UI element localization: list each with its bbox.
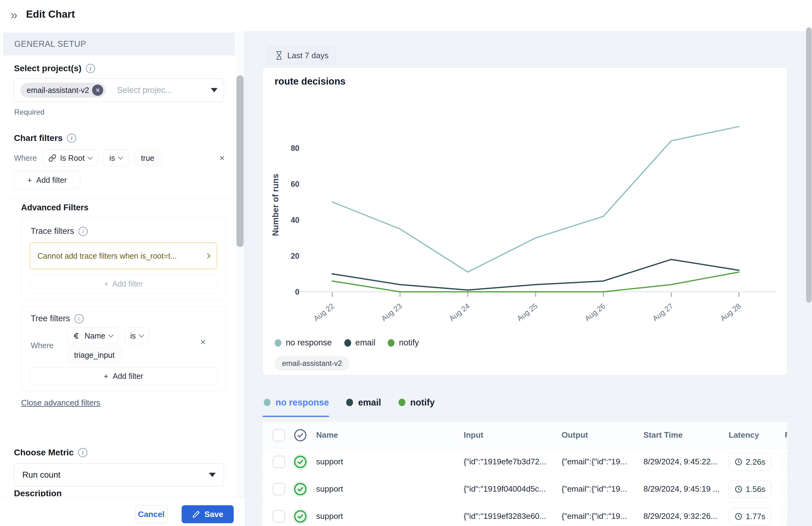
latency-value: 1.77s bbox=[746, 512, 766, 521]
column-header-input[interactable]: Input bbox=[464, 430, 483, 440]
save-button-label: Save bbox=[205, 510, 223, 519]
dropdown-caret-icon bbox=[211, 88, 218, 92]
svg-text:Aug 26: Aug 26 bbox=[583, 302, 607, 323]
tab-label: email bbox=[358, 397, 381, 408]
tab-no-response[interactable]: no response bbox=[264, 397, 329, 408]
clock-icon bbox=[735, 458, 743, 466]
run-name[interactable]: support bbox=[316, 484, 343, 494]
choose-metric-label: Choose Metric i bbox=[14, 448, 87, 457]
column-header-latency[interactable]: Latency bbox=[729, 430, 759, 440]
run-input[interactable]: {"id":"1919ef3283e60... bbox=[464, 511, 556, 521]
legend-item[interactable]: notify bbox=[388, 338, 419, 348]
success-status-icon bbox=[292, 508, 308, 524]
divider bbox=[9, 198, 235, 199]
where-label: Where bbox=[14, 154, 37, 163]
table-row[interactable]: support {"id":"1919ef3283e60... {"email"… bbox=[262, 503, 787, 526]
clock-icon bbox=[735, 485, 743, 493]
row-checkbox[interactable] bbox=[273, 510, 285, 523]
add-filter-label: Add filter bbox=[113, 372, 143, 381]
column-header-output[interactable]: Output bbox=[562, 430, 588, 440]
svg-text:Aug 22: Aug 22 bbox=[312, 302, 336, 323]
filter-operator-label: is bbox=[110, 154, 115, 163]
run-start-time: 8/29/2024, 9:45:22... bbox=[643, 457, 717, 467]
legend-label: notify bbox=[399, 338, 419, 348]
run-output[interactable]: {"email":{"id":"19... bbox=[562, 457, 639, 467]
latency-value: 2.26s bbox=[746, 457, 766, 467]
runs-table: Name Input Output Start Time Latency F s… bbox=[262, 422, 787, 526]
info-icon[interactable]: i bbox=[67, 133, 76, 143]
run-name[interactable]: support bbox=[316, 457, 343, 467]
left-panel-scrollbar-thumb[interactable] bbox=[236, 75, 244, 247]
legend-label: email bbox=[356, 338, 376, 348]
svg-text:80: 80 bbox=[291, 144, 300, 152]
svg-text:Aug 27: Aug 27 bbox=[651, 302, 675, 323]
legend-item[interactable]: no response bbox=[275, 338, 332, 348]
table-row[interactable]: support {"id":"1919efe7b3d72... {"email"… bbox=[262, 448, 787, 476]
add-tree-filter-button[interactable]: + Add filter bbox=[30, 367, 217, 385]
chart-preview-panel: Last 7 days route decisions Number of ru… bbox=[245, 31, 812, 526]
chart-filters-label: Chart filters i bbox=[14, 133, 76, 143]
advanced-filters-label: Advanced Filters bbox=[21, 203, 89, 213]
metric-select[interactable]: Run count bbox=[14, 464, 224, 486]
tree-filter-operator-button[interactable]: is bbox=[124, 327, 149, 344]
table-header-row: Name Input Output Start Time Latency F bbox=[262, 422, 787, 448]
tab-notify[interactable]: notify bbox=[398, 397, 435, 408]
tree-filter-value-chip[interactable]: triage_input bbox=[67, 347, 122, 363]
latency-chip: 1.56s bbox=[729, 481, 771, 498]
svg-text:Aug 24: Aug 24 bbox=[448, 302, 472, 323]
chart-project-chip: email-assistant-v2 bbox=[275, 356, 349, 371]
tree-filter-field-label: Name bbox=[85, 332, 105, 340]
tree-filter-operator-label: is bbox=[130, 332, 136, 340]
filter-operator-button[interactable]: is bbox=[103, 150, 128, 166]
chevron-down-icon bbox=[118, 155, 123, 160]
collapse-panel-icon[interactable]: » bbox=[11, 8, 17, 22]
info-icon[interactable]: i bbox=[74, 314, 84, 323]
active-tab-underline bbox=[262, 416, 329, 417]
table-row[interactable]: support {"id":"1919f04004d5c... {"email"… bbox=[262, 476, 787, 503]
clock-icon bbox=[735, 512, 743, 521]
tab-email[interactable]: email bbox=[346, 397, 381, 408]
tab-label: no response bbox=[276, 397, 329, 408]
trace-filter-warning[interactable]: Cannot add trace filters when is_root=t.… bbox=[30, 243, 217, 269]
success-status-icon bbox=[292, 454, 308, 470]
clipped-cell-chip bbox=[782, 453, 787, 470]
trace-filters-label: Trace filters i bbox=[31, 227, 88, 236]
column-header-name[interactable]: Name bbox=[316, 430, 338, 440]
remove-filter-icon[interactable]: × bbox=[219, 153, 225, 163]
column-header-start-time[interactable]: Start Time bbox=[643, 430, 683, 440]
run-name[interactable]: support bbox=[316, 511, 343, 521]
chart-card: route decisions Number of runs 020406080… bbox=[262, 68, 787, 376]
save-button[interactable]: Save bbox=[182, 505, 234, 523]
latency-chip: 2.26s bbox=[729, 453, 771, 470]
run-input[interactable]: {"id":"1919f04004d5c... bbox=[464, 484, 556, 494]
general-setup-header: GENERAL SETUP bbox=[3, 32, 235, 56]
project-multiselect[interactable]: email-assistant-v2 × Select projec... bbox=[14, 78, 224, 102]
info-icon[interactable]: i bbox=[78, 227, 88, 236]
close-advanced-filters-link[interactable]: Close advanced filters bbox=[21, 398, 100, 408]
info-icon[interactable]: i bbox=[78, 448, 87, 457]
legend-item[interactable]: email bbox=[344, 338, 376, 348]
tree-filter-field-button[interactable]: Name bbox=[67, 327, 119, 344]
run-output[interactable]: {"email":{"id":"19... bbox=[562, 511, 639, 521]
remove-project-icon[interactable]: × bbox=[92, 85, 103, 96]
filter-value-chip[interactable]: true bbox=[134, 150, 161, 166]
time-range-chip[interactable]: Last 7 days bbox=[268, 46, 336, 64]
row-checkbox[interactable] bbox=[273, 483, 285, 495]
filter-field-label: Is Root bbox=[60, 154, 85, 163]
row-checkbox[interactable] bbox=[273, 456, 285, 468]
info-icon[interactable]: i bbox=[86, 64, 95, 73]
add-trace-filter-button[interactable]: + Add filter bbox=[30, 274, 217, 293]
cancel-button[interactable]: Cancel bbox=[135, 505, 168, 523]
plus-icon: + bbox=[104, 279, 109, 288]
remove-tree-filter-icon[interactable]: × bbox=[200, 337, 206, 347]
add-chart-filter-button[interactable]: + Add filter bbox=[14, 171, 80, 189]
filter-field-button[interactable]: Is Root bbox=[42, 150, 98, 166]
page-scrollbar-thumb[interactable] bbox=[806, 27, 812, 303]
svg-text:0: 0 bbox=[295, 288, 300, 296]
latency-chip: 1.77s bbox=[729, 508, 771, 525]
select-projects-label-text: Select project(s) bbox=[14, 63, 82, 73]
run-input[interactable]: {"id":"1919efe7b3d72... bbox=[464, 457, 556, 467]
select-all-checkbox[interactable] bbox=[273, 429, 285, 441]
add-filter-label: Add filter bbox=[112, 279, 143, 288]
run-output[interactable]: {"email":{"id":"19... bbox=[562, 484, 639, 494]
